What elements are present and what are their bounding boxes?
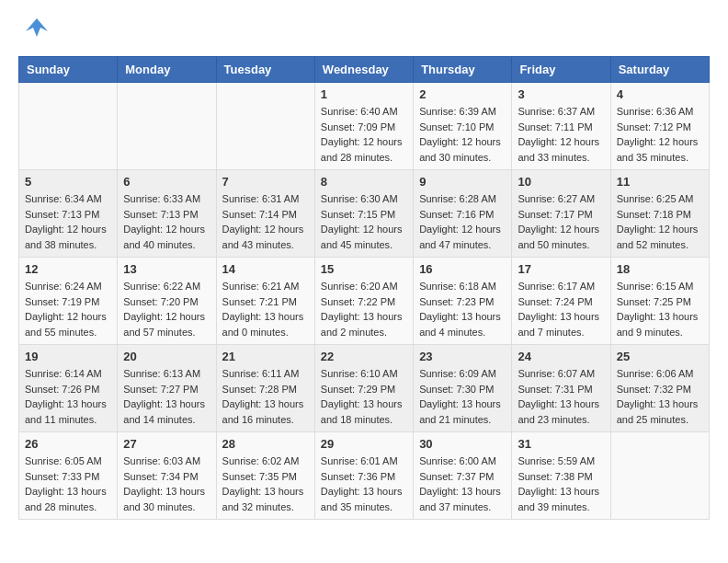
day-info: Sunrise: 6:07 AMSunset: 7:31 PMDaylight:… — [518, 366, 604, 427]
calendar-week-row: 26Sunrise: 6:05 AMSunset: 7:33 PMDayligh… — [19, 432, 710, 520]
day-info-line: Daylight: 13 hours — [222, 398, 304, 409]
day-info-line: Daylight: 13 hours — [222, 486, 304, 497]
day-info-line: Sunrise: 6:31 AM — [222, 193, 300, 204]
calendar-table: SundayMondayTuesdayWednesdayThursdayFrid… — [18, 56, 710, 520]
day-info: Sunrise: 6:20 AMSunset: 7:22 PMDaylight:… — [321, 279, 407, 339]
day-info: Sunrise: 6:14 AMSunset: 7:26 PMDaylight:… — [25, 366, 111, 427]
calendar-day-23: 23Sunrise: 6:09 AMSunset: 7:30 PMDayligh… — [414, 345, 512, 432]
day-info-line: Sunrise: 6:07 AM — [518, 368, 595, 379]
day-info-line: and 9 minutes. — [617, 327, 683, 338]
day-info: Sunrise: 6:39 AMSunset: 7:10 PMDaylight:… — [419, 104, 506, 165]
day-info: Sunrise: 6:10 AMSunset: 7:29 PMDaylight:… — [321, 366, 407, 427]
day-number: 12 — [25, 262, 111, 276]
day-info-line: and 28 minutes. — [25, 501, 97, 512]
day-info-line: and 40 minutes. — [123, 239, 195, 250]
day-info-line: and 28 minutes. — [321, 152, 392, 163]
day-info-line: and 14 minutes. — [123, 414, 195, 425]
day-number: 6 — [123, 175, 210, 189]
day-info-line: Sunrise: 6:18 AM — [419, 281, 496, 292]
day-info-line: Daylight: 12 hours — [25, 311, 107, 322]
day-info-line: Sunrise: 6:02 AM — [222, 455, 300, 466]
day-info-line: Sunset: 7:28 PM — [222, 384, 297, 395]
day-info-line: and 0 minutes. — [222, 327, 289, 338]
day-info-line: and 23 minutes. — [518, 414, 589, 425]
day-info-line: and 2 minutes. — [321, 327, 387, 338]
day-info-line: Sunrise: 6:13 AM — [123, 368, 200, 379]
day-info-line: Sunrise: 6:20 AM — [321, 281, 398, 292]
day-info: Sunrise: 6:18 AMSunset: 7:23 PMDaylight:… — [419, 279, 506, 339]
day-info-line: Sunrise: 6:24 AM — [25, 281, 102, 292]
day-info-line: and 39 minutes. — [518, 501, 589, 512]
day-info-line: Sunset: 7:22 PM — [321, 296, 395, 307]
day-info-line: Daylight: 13 hours — [25, 486, 107, 497]
day-number: 10 — [518, 175, 604, 189]
day-info: Sunrise: 6:02 AMSunset: 7:35 PMDaylight:… — [222, 454, 309, 514]
calendar-day-26: 26Sunrise: 6:05 AMSunset: 7:33 PMDayligh… — [19, 432, 118, 520]
day-info-line: Daylight: 12 hours — [518, 224, 599, 235]
calendar-day-30: 30Sunrise: 6:00 AMSunset: 7:37 PMDayligh… — [414, 432, 512, 520]
day-info-line: Daylight: 13 hours — [321, 398, 403, 409]
empty-day-cell — [216, 83, 314, 170]
calendar-day-16: 16Sunrise: 6:18 AMSunset: 7:23 PMDayligh… — [414, 258, 512, 345]
day-info-line: Daylight: 12 hours — [321, 136, 403, 147]
day-info-line: Daylight: 13 hours — [419, 311, 501, 322]
day-info-line: Sunset: 7:15 PM — [321, 209, 395, 220]
day-number: 30 — [419, 437, 506, 451]
day-info-line: Sunset: 7:30 PM — [419, 384, 494, 395]
day-info-line: Sunrise: 6:05 AM — [25, 455, 102, 466]
day-number: 2 — [419, 87, 506, 101]
day-info-line: Daylight: 13 hours — [617, 311, 699, 322]
day-info-line: and 30 minutes. — [123, 501, 195, 512]
day-info: Sunrise: 6:37 AMSunset: 7:11 PMDaylight:… — [518, 104, 604, 165]
calendar-week-row: 19Sunrise: 6:14 AMSunset: 7:26 PMDayligh… — [19, 345, 710, 432]
calendar-day-8: 8Sunrise: 6:30 AMSunset: 7:15 PMDaylight… — [314, 170, 413, 258]
day-info-line: and 38 minutes. — [25, 239, 97, 250]
calendar-week-row: 12Sunrise: 6:24 AMSunset: 7:19 PMDayligh… — [19, 258, 710, 345]
day-info-line: Sunrise: 5:59 AM — [518, 455, 595, 466]
day-info-line: and 45 minutes. — [321, 239, 392, 250]
calendar-day-21: 21Sunrise: 6:11 AMSunset: 7:28 PMDayligh… — [216, 345, 314, 432]
day-info-line: Daylight: 13 hours — [518, 486, 599, 497]
day-info-line: and 25 minutes. — [617, 414, 688, 425]
empty-day-cell — [19, 83, 118, 170]
day-info-line: and 21 minutes. — [419, 414, 491, 425]
day-info-line: Sunset: 7:14 PM — [222, 209, 297, 220]
day-info-line: Daylight: 12 hours — [123, 224, 205, 235]
day-info-line: Sunrise: 6:09 AM — [419, 368, 496, 379]
calendar-day-20: 20Sunrise: 6:13 AMSunset: 7:27 PMDayligh… — [118, 345, 216, 432]
weekday-header-monday: Monday — [118, 57, 216, 83]
day-info-line: Sunrise: 6:37 AM — [518, 106, 595, 117]
day-info: Sunrise: 6:31 AMSunset: 7:14 PMDaylight:… — [222, 191, 309, 252]
day-info-line: Daylight: 12 hours — [419, 136, 501, 147]
day-number: 20 — [123, 350, 210, 363]
empty-day-cell — [610, 432, 709, 520]
day-info: Sunrise: 6:11 AMSunset: 7:28 PMDaylight:… — [222, 366, 309, 427]
day-info: Sunrise: 6:36 AMSunset: 7:12 PMDaylight:… — [617, 104, 703, 165]
day-info-line: Daylight: 13 hours — [321, 311, 403, 322]
day-info-line: Sunset: 7:38 PM — [518, 471, 592, 482]
day-info-line: Sunrise: 6:11 AM — [222, 368, 300, 379]
day-info-line: Daylight: 13 hours — [518, 398, 599, 409]
day-info-line: and 47 minutes. — [419, 239, 491, 250]
day-info-line: Sunset: 7:09 PM — [321, 121, 395, 132]
day-info: Sunrise: 6:05 AMSunset: 7:33 PMDaylight:… — [25, 454, 111, 514]
calendar-day-5: 5Sunrise: 6:34 AMSunset: 7:13 PMDaylight… — [19, 170, 118, 258]
logo-bird-icon — [24, 15, 50, 47]
day-info: Sunrise: 6:34 AMSunset: 7:13 PMDaylight:… — [25, 191, 111, 252]
day-info-line: Sunset: 7:26 PM — [25, 384, 99, 395]
day-info-line: Sunset: 7:32 PM — [617, 384, 691, 395]
day-number: 19 — [25, 350, 111, 363]
page-header — [18, 18, 710, 47]
day-info-line: Sunrise: 6:15 AM — [617, 281, 694, 292]
day-info-line: Sunrise: 6:14 AM — [25, 368, 102, 379]
day-info-line: Daylight: 13 hours — [617, 398, 699, 409]
day-info-line: Sunrise: 6:21 AM — [222, 281, 300, 292]
day-info-line: Sunrise: 6:01 AM — [321, 455, 398, 466]
empty-day-cell — [118, 83, 216, 170]
day-info-line: Sunset: 7:16 PM — [419, 209, 494, 220]
day-info-line: Daylight: 12 hours — [419, 224, 501, 235]
day-info-line: and 55 minutes. — [25, 327, 97, 338]
day-info-line: and 57 minutes. — [123, 327, 195, 338]
day-info-line: Sunset: 7:37 PM — [419, 471, 494, 482]
day-info-line: and 18 minutes. — [321, 414, 392, 425]
